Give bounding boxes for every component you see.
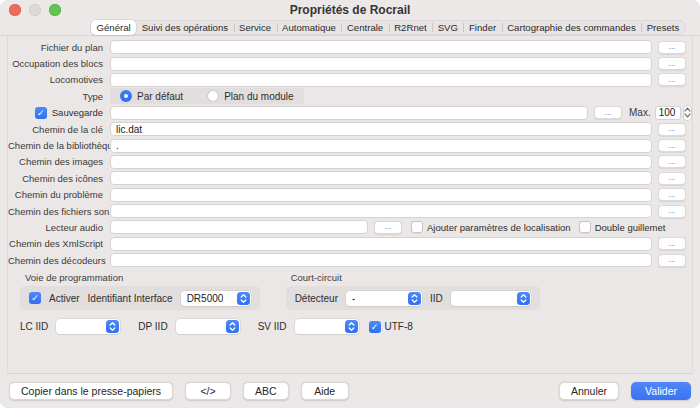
chevron-up-down-icon	[237, 292, 250, 305]
audio-player-input[interactable]	[110, 220, 368, 234]
library-path-label: Chemin de la bibliothèque	[8, 140, 110, 151]
block-occupation-input[interactable]	[110, 57, 652, 71]
icons-path-browse-button[interactable]: ...	[658, 172, 686, 185]
library-path-browse-button[interactable]: ...	[658, 139, 686, 152]
chevron-up-down-icon	[345, 320, 358, 333]
issue-path-input[interactable]	[110, 188, 652, 202]
ok-button[interactable]: Valider	[631, 382, 691, 400]
type-module-option[interactable]: Plan du module	[207, 90, 294, 102]
decoders-path-row: Chemin des décodeurs ...	[8, 252, 689, 268]
short-circuit-iid-dropdown[interactable]	[451, 291, 531, 306]
tab-service[interactable]: Service	[234, 21, 277, 34]
backup-max-input[interactable]	[655, 106, 681, 120]
plan-file-input[interactable]	[110, 40, 652, 54]
interface-id-label: Identifiant Interface	[88, 293, 173, 304]
sv-iid-label: SV IID	[258, 321, 287, 332]
locomotives-input[interactable]	[110, 73, 652, 87]
detector-dropdown[interactable]: -	[346, 291, 422, 306]
audio-player-browse-button[interactable]: ...	[374, 221, 402, 234]
issue-path-row: Chemin du problème ...	[8, 187, 689, 203]
backup-row: Sauvegarde ... Max.	[8, 105, 689, 121]
block-occupation-row: Occupation des blocs ...	[8, 55, 689, 71]
type-module-label: Plan du module	[224, 91, 294, 102]
double-quote-option[interactable]: Double guillemet	[579, 221, 666, 233]
tab-presets[interactable]: Presets	[641, 21, 685, 34]
utf8-checkbox[interactable]	[369, 321, 381, 333]
sound-path-input[interactable]	[110, 204, 652, 218]
lc-iid-dropdown[interactable]	[56, 319, 120, 334]
dp-iid-dropdown[interactable]	[176, 319, 240, 334]
cancel-button[interactable]: Annuler	[559, 382, 619, 400]
locale-params-option[interactable]: Ajouter paramètres de localisation	[411, 221, 571, 233]
xmlscript-path-browse-button[interactable]: ...	[658, 237, 686, 250]
tab-bar: Général Suivi des opérations Service Aut…	[90, 20, 686, 35]
backup-input[interactable]	[110, 106, 588, 120]
sound-path-row: Chemin des fichiers son ...	[8, 203, 689, 219]
issue-path-label: Chemin du problème	[8, 189, 110, 200]
block-occupation-label: Occupation des blocs	[8, 58, 110, 69]
images-path-browse-button[interactable]: ...	[658, 155, 686, 168]
type-default-option[interactable]: Par défaut	[120, 90, 183, 102]
chevron-up-down-icon	[106, 320, 119, 333]
tab-finder[interactable]: Finder	[463, 21, 501, 34]
tab-svg[interactable]: SVG	[432, 21, 463, 34]
icons-path-label: Chemin des icônes	[8, 173, 110, 184]
type-label: Type	[8, 91, 110, 102]
tab-suivi-des-operations[interactable]: Suivi des opérations	[136, 21, 233, 34]
decoders-path-label: Chemin des décodeurs	[8, 255, 110, 266]
sound-path-browse-button[interactable]: ...	[658, 205, 686, 218]
double-quote-label: Double guillemet	[595, 222, 666, 233]
key-path-row: Chemin de la clé ...	[8, 121, 689, 137]
tab-automatique[interactable]: Automatique	[277, 21, 342, 34]
backup-max-stepper[interactable]	[683, 105, 692, 121]
xmlscript-path-input[interactable]	[110, 237, 652, 251]
close-button[interactable]	[9, 4, 21, 16]
locale-params-checkbox[interactable]	[411, 221, 423, 233]
tab-centrale[interactable]: Centrale	[341, 21, 388, 34]
short-circuit-title: Court-circuit	[291, 272, 540, 283]
key-path-label: Chemin de la clé	[8, 124, 110, 135]
type-radio-group: Par défaut Plan du module	[110, 88, 304, 104]
images-path-input[interactable]	[110, 155, 652, 169]
library-path-input[interactable]	[110, 139, 652, 153]
tab-r2rnet[interactable]: R2Rnet	[389, 21, 433, 34]
short-circuit-iid-label: IID	[430, 293, 443, 304]
utf8-option[interactable]: UTF-8	[369, 321, 413, 333]
detector-value: -	[352, 293, 355, 304]
dp-iid-label: DP IID	[138, 321, 167, 332]
library-path-row: Chemin de la bibliothèque ...	[8, 137, 689, 153]
plan-file-browse-button[interactable]: ...	[658, 41, 686, 54]
chevron-up-down-icon	[226, 320, 239, 333]
double-quote-checkbox[interactable]	[579, 221, 591, 233]
tab-strip: Général Suivi des opérations Service Aut…	[0, 19, 700, 36]
interface-id-dropdown[interactable]: DR5000	[181, 291, 251, 306]
chevron-up-down-icon	[517, 292, 530, 305]
backup-checkbox[interactable]	[35, 107, 47, 119]
short-circuit-group: Court-circuit Détecteur - IID	[286, 272, 540, 310]
radio-button-default[interactable]	[120, 90, 132, 102]
decoders-path-browse-button[interactable]: ...	[658, 254, 686, 267]
abc-button[interactable]: ABC	[243, 382, 289, 400]
key-path-input[interactable]	[110, 122, 652, 136]
backup-browse-button[interactable]: ...	[594, 106, 622, 119]
radio-button-module[interactable]	[207, 90, 219, 102]
help-button[interactable]: Aide	[301, 382, 349, 400]
key-path-browse-button[interactable]: ...	[658, 123, 686, 136]
plan-file-row: Fichier du plan ...	[8, 39, 689, 55]
xmlscript-path-label: Chemin des XmlScript	[8, 238, 110, 249]
copy-clipboard-button[interactable]: Copier dans le presse-papiers	[9, 382, 173, 400]
window-title: Propriétés de Rocrail	[0, 3, 700, 17]
activate-checkbox[interactable]	[29, 292, 41, 304]
icons-path-input[interactable]	[110, 171, 652, 185]
decoders-path-input[interactable]	[110, 253, 652, 267]
issue-path-browse-button[interactable]: ...	[658, 188, 686, 201]
code-button[interactable]: </>	[185, 382, 231, 400]
sv-iid-dropdown[interactable]	[295, 319, 359, 334]
tab-general[interactable]: Général	[91, 20, 136, 35]
interface-id-value: DR5000	[187, 293, 224, 304]
zoom-button[interactable]	[49, 4, 61, 16]
programming-track-panel: Activer Identifiant Interface DR5000	[20, 286, 260, 310]
locomotives-browse-button[interactable]: ...	[658, 73, 686, 86]
tab-cartographie[interactable]: Cartographie des commandes	[502, 21, 642, 34]
block-occupation-browse-button[interactable]: ...	[658, 57, 686, 70]
